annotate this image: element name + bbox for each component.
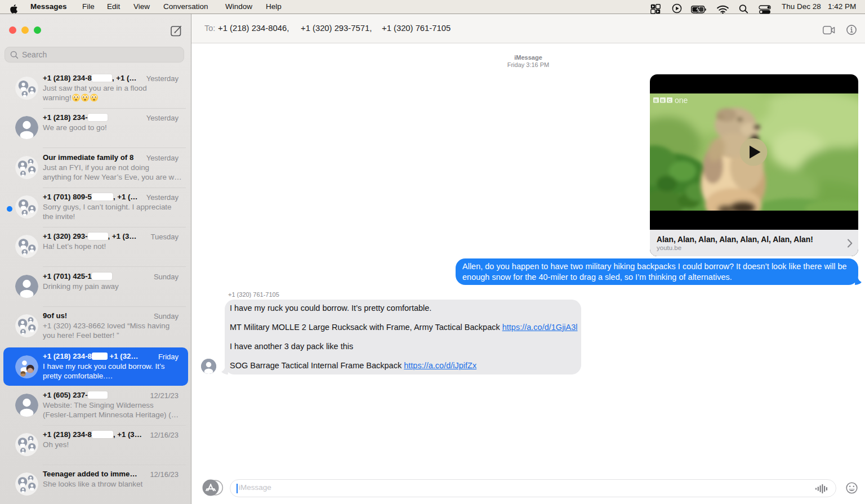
svg-text:one: one bbox=[675, 96, 688, 105]
svg-text:C: C bbox=[668, 98, 671, 103]
svg-text:B: B bbox=[661, 98, 665, 103]
svg-text:B: B bbox=[654, 98, 658, 103]
